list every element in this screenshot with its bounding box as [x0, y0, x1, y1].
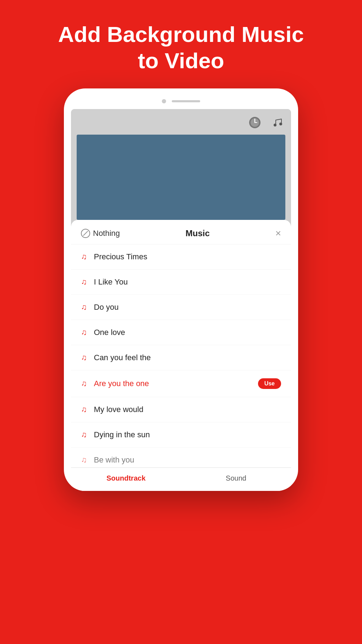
- svg-point-4: [274, 124, 276, 126]
- video-preview: [77, 135, 285, 220]
- song-name: Dying in the sun: [94, 430, 281, 439]
- list-item[interactable]: Are you the one Use: [71, 370, 291, 397]
- song-name: I Like You: [94, 277, 281, 287]
- speed-icon[interactable]: [247, 115, 263, 130]
- music-panel-title: Music: [186, 228, 210, 238]
- song-name: Precious Times: [94, 252, 281, 261]
- phone-notch: [71, 99, 291, 109]
- note-icon: [81, 379, 87, 388]
- music-panel: Nothing Music × Precious Times I Like Yo…: [71, 220, 291, 491]
- nothing-icon: [81, 229, 90, 238]
- music-toolbar-icon[interactable]: [270, 115, 285, 130]
- note-icon: [81, 252, 87, 261]
- list-item[interactable]: I Like You: [71, 270, 291, 295]
- note-icon: [81, 353, 87, 362]
- notch-bar: [172, 100, 200, 102]
- song-name: Do you: [94, 303, 281, 312]
- list-item[interactable]: Precious Times: [71, 244, 291, 270]
- phone-mockup: Nothing Music × Precious Times I Like Yo…: [64, 88, 298, 491]
- page-title: Add Background Music to Video: [30, 0, 332, 88]
- note-icon: [81, 328, 87, 337]
- list-item[interactable]: Be with you: [71, 448, 291, 467]
- note-icon: [81, 277, 87, 287]
- list-item[interactable]: One love: [71, 320, 291, 345]
- note-icon: [81, 405, 87, 414]
- video-area: [71, 109, 291, 220]
- bottom-tabs: Soundtrack Sound: [71, 467, 291, 491]
- song-name: Are you the one: [94, 379, 258, 388]
- video-toolbar: [77, 115, 285, 130]
- music-header: Nothing Music ×: [71, 220, 291, 244]
- tab-soundtrack[interactable]: Soundtrack: [71, 468, 181, 491]
- notch-dot: [162, 99, 166, 103]
- song-name: My love would: [94, 405, 281, 414]
- svg-point-5: [279, 123, 282, 125]
- phone-screen: Nothing Music × Precious Times I Like Yo…: [71, 109, 291, 491]
- tab-sound[interactable]: Sound: [181, 468, 291, 491]
- list-item[interactable]: Dying in the sun: [71, 422, 291, 448]
- nothing-button[interactable]: Nothing: [81, 229, 120, 238]
- note-icon: [81, 303, 87, 312]
- song-name: One love: [94, 328, 281, 337]
- close-button[interactable]: ×: [275, 228, 281, 238]
- music-list: Precious Times I Like You Do you One lov…: [71, 244, 291, 467]
- note-icon: [81, 430, 87, 439]
- list-item[interactable]: Do you: [71, 295, 291, 320]
- note-icon: [81, 455, 87, 465]
- use-badge[interactable]: Use: [258, 378, 281, 389]
- list-item[interactable]: Can you feel the: [71, 345, 291, 370]
- song-name: Be with you: [94, 455, 281, 465]
- list-item[interactable]: My love would: [71, 397, 291, 422]
- song-name: Can you feel the: [94, 353, 281, 362]
